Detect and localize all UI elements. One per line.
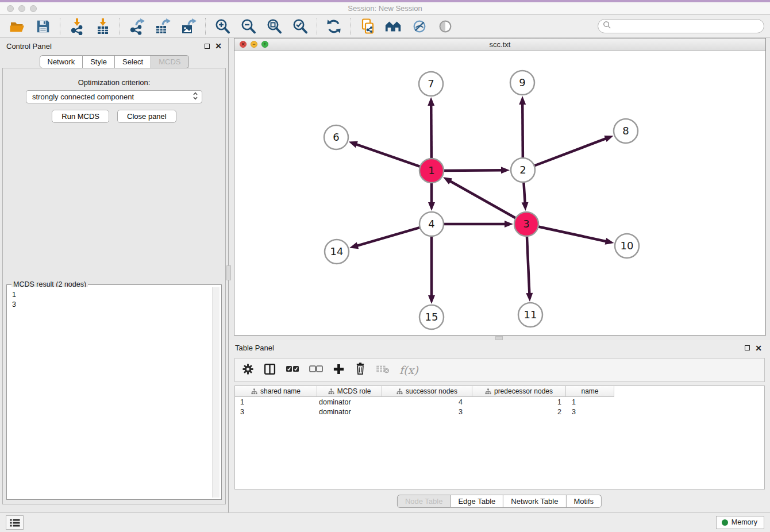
toolbar-separator bbox=[351, 18, 351, 35]
memory-status-icon bbox=[722, 519, 728, 526]
mcds-result-text[interactable]: 1 3 bbox=[9, 287, 211, 498]
graph-edge[interactable] bbox=[527, 235, 530, 296]
column-header-shared-name[interactable]: shared name bbox=[235, 386, 317, 397]
show-graphics-details-icon[interactable] bbox=[434, 17, 457, 36]
graph-edge[interactable] bbox=[523, 181, 525, 206]
sort-tree-icon bbox=[251, 388, 257, 395]
network-canvas[interactable]: 7968124314101511 bbox=[234, 51, 765, 335]
tab-mcds[interactable]: MCDS bbox=[151, 55, 188, 68]
graph-edge-arrowhead bbox=[428, 97, 434, 106]
add-column-icon[interactable] bbox=[333, 363, 345, 377]
zoom-window-button[interactable] bbox=[30, 5, 37, 12]
close-panel-button[interactable]: Close panel bbox=[117, 110, 176, 123]
list-icon bbox=[10, 519, 20, 527]
status-bar: Memory bbox=[0, 512, 770, 532]
main-toolbar bbox=[0, 15, 770, 38]
minimize-window-button[interactable] bbox=[18, 5, 25, 12]
graph-edge-arrowhead bbox=[604, 136, 613, 142]
save-session-icon[interactable] bbox=[32, 17, 55, 36]
show-column-icon[interactable] bbox=[264, 363, 276, 377]
sort-tree-icon bbox=[328, 388, 334, 395]
close-panel-icon[interactable]: ✕ bbox=[755, 345, 762, 351]
float-panel-icon[interactable] bbox=[745, 345, 750, 350]
zoom-out-icon[interactable] bbox=[237, 17, 260, 36]
open-session-icon[interactable] bbox=[6, 17, 29, 36]
export-network-icon[interactable] bbox=[125, 17, 148, 36]
graph-edge-arrowhead bbox=[443, 177, 452, 184]
graph-node-label: 6 bbox=[333, 131, 339, 143]
sort-tree-icon bbox=[396, 388, 403, 395]
graph-edge[interactable] bbox=[431, 102, 432, 160]
float-panel-icon[interactable] bbox=[205, 44, 210, 49]
column-header-name[interactable]: name bbox=[566, 386, 614, 397]
refresh-icon[interactable] bbox=[322, 17, 345, 36]
graph-edge[interactable] bbox=[448, 180, 517, 219]
tab-style[interactable]: Style bbox=[83, 55, 115, 68]
table-panel: Table Panel ✕ bbox=[229, 340, 770, 512]
app-titlebar: Session: New Session bbox=[0, 0, 770, 15]
table-row[interactable]: 1 dominator 4 1 1 bbox=[235, 397, 764, 407]
graph-edge[interactable] bbox=[442, 170, 505, 171]
tab-select[interactable]: Select bbox=[115, 55, 151, 68]
settings-gear-icon[interactable] bbox=[242, 363, 254, 377]
graph-node-label: 14 bbox=[330, 245, 344, 257]
run-mcds-button[interactable]: Run MCDS bbox=[52, 110, 109, 123]
graph-edge[interactable] bbox=[522, 101, 523, 159]
graph-edge[interactable] bbox=[533, 137, 609, 166]
deselect-all-checkboxes-icon[interactable] bbox=[309, 364, 323, 376]
toolbar-separator bbox=[205, 18, 206, 35]
column-header-successor-nodes[interactable]: successor nodes bbox=[382, 386, 472, 397]
select-all-checkboxes-icon[interactable] bbox=[286, 364, 299, 376]
select-stepper-icon bbox=[192, 91, 198, 102]
hide-graphics-details-icon[interactable] bbox=[408, 17, 431, 36]
export-image-icon[interactable] bbox=[177, 17, 200, 36]
network-graph[interactable]: 7968124314101511 bbox=[234, 51, 765, 335]
search-input[interactable] bbox=[614, 22, 759, 30]
delete-column-icon[interactable] bbox=[355, 363, 366, 377]
memory-label: Memory bbox=[732, 518, 757, 526]
table-row[interactable]: 3 dominator 3 2 3 bbox=[235, 407, 764, 417]
tab-network[interactable]: Network bbox=[39, 55, 83, 68]
result-line: 1 bbox=[12, 290, 208, 300]
graph-edge-arrowhead bbox=[349, 141, 358, 148]
tab-node-table[interactable]: Node Table bbox=[397, 495, 451, 508]
import-network-icon[interactable] bbox=[66, 17, 88, 36]
graph-edge[interactable] bbox=[353, 144, 421, 167]
node-table[interactable]: shared name MCDS role successor nodes pr… bbox=[234, 385, 765, 489]
table-toolbar: f(x) bbox=[234, 358, 765, 382]
optimization-select-value: strongly connected component bbox=[32, 92, 134, 101]
network-overview-icon[interactable] bbox=[382, 17, 405, 36]
memory-button[interactable]: Memory bbox=[716, 516, 764, 529]
optimization-select[interactable]: strongly connected component bbox=[26, 90, 202, 103]
task-history-button[interactable] bbox=[6, 515, 24, 530]
tab-edge-table[interactable]: Edge Table bbox=[451, 495, 503, 508]
sort-tree-icon bbox=[485, 388, 491, 395]
graph-edge[interactable] bbox=[355, 227, 421, 246]
network-view-area: scc.txt ✕ − + 7968124314101511 bbox=[229, 38, 770, 340]
result-scrollbar[interactable] bbox=[212, 287, 220, 498]
import-table-icon[interactable] bbox=[91, 17, 114, 36]
network-window-title: scc.txt bbox=[234, 40, 765, 49]
graph-edge[interactable] bbox=[537, 226, 609, 242]
export-table-icon[interactable] bbox=[151, 17, 174, 36]
graph-edge-arrowhead bbox=[526, 293, 533, 302]
zoom-fit-icon[interactable] bbox=[263, 17, 286, 36]
tab-network-table[interactable]: Network Table bbox=[503, 495, 566, 508]
zoom-in-icon[interactable] bbox=[211, 17, 234, 36]
duplicate-network-icon[interactable] bbox=[356, 17, 379, 36]
table-tabs: Node Table Edge Table Network Table Moti… bbox=[397, 495, 602, 508]
mcds-panel: Optimization criterion: strongly connect… bbox=[2, 68, 226, 504]
close-panel-icon[interactable]: ✕ bbox=[215, 43, 222, 49]
column-header-mcds-role[interactable]: MCDS role bbox=[317, 386, 382, 397]
search-field[interactable] bbox=[598, 19, 764, 33]
graph-node-label: 4 bbox=[428, 218, 434, 230]
tab-motifs[interactable]: Motifs bbox=[566, 495, 602, 508]
graph-node-label: 1 bbox=[428, 164, 434, 176]
vertical-splitter-handle[interactable] bbox=[495, 336, 503, 340]
zoom-selected-icon[interactable] bbox=[288, 17, 311, 36]
panel-splitter-handle[interactable] bbox=[226, 265, 231, 280]
close-window-button[interactable] bbox=[7, 5, 14, 12]
column-header-predecessor-nodes[interactable]: predecessor nodes bbox=[472, 386, 566, 397]
graph-node-label: 7 bbox=[428, 78, 434, 90]
network-window-titlebar[interactable]: scc.txt ✕ − + bbox=[234, 38, 765, 51]
